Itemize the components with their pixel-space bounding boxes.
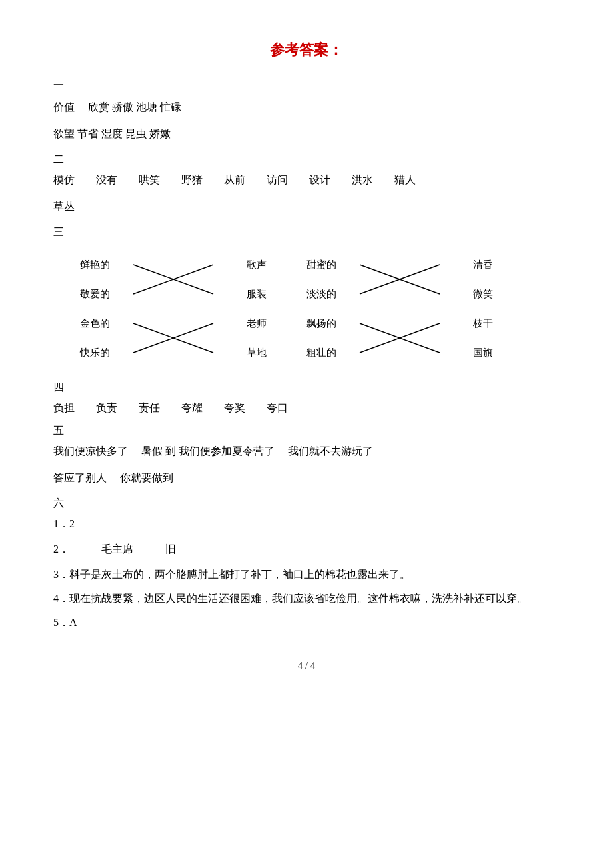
section-two-label: 二 xyxy=(53,153,560,167)
match-left-item: 金色的 xyxy=(80,309,110,338)
section-six-5: 5．A xyxy=(53,612,560,633)
section-one-label: 一 xyxy=(53,76,560,95)
match-right-item: 歌声 xyxy=(247,250,267,279)
section-six-1: 1．2 xyxy=(53,513,560,535)
match-left-item: 鲜艳的 xyxy=(80,250,110,279)
matching-group-right: 甜蜜的 淡淡的 飘扬的 粗壮的 清香 微笑 枝干 国旗 xyxy=(306,250,493,370)
match-left-item: 甜蜜的 xyxy=(306,250,336,279)
section-five-label: 五 xyxy=(53,424,560,438)
match-right-item: 国旗 xyxy=(473,338,493,367)
section-one-row2: 欲望 节省 湿度 昆虫 娇嫩 xyxy=(53,123,560,145)
matching-left-col-2: 甜蜜的 淡淡的 飘扬的 粗壮的 xyxy=(306,250,336,367)
matching-group-left: 鲜艳的 敬爱的 金色的 快乐的 歌声 服装 老师 草地 xyxy=(80,250,267,370)
match-right-item: 枝干 xyxy=(473,309,493,338)
section-one-row1: 价值 欣赏 骄傲 池塘 忙碌 xyxy=(53,97,560,118)
match-left-item: 淡淡的 xyxy=(306,279,336,309)
match-left-item: 敬爱的 xyxy=(80,279,110,309)
page-number: 4 / 4 xyxy=(53,660,560,671)
match-right-item: 老师 xyxy=(247,309,267,338)
matching-container: 鲜艳的 敬爱的 金色的 快乐的 歌声 服装 老师 草地 甜蜜的 淡淡的 飘扬的 … xyxy=(80,250,560,370)
section-two-words: 模仿 没有 哄笑 野猪 从前 访问 设计 洪水 猎人 xyxy=(53,169,560,191)
section-five-row1: 我们便凉快多了 暑假 到 我们便参加夏令营了 我们就不去游玩了 xyxy=(53,441,560,462)
match-right-item: 草地 xyxy=(247,338,267,367)
section-six-2: 2． 毛主席 旧 xyxy=(53,539,560,560)
match-right-item: 清香 xyxy=(473,250,493,279)
match-right-item: 服装 xyxy=(247,279,267,309)
section-six-4: 4．现在抗战要紧，边区人民的生活还很困难，我们应该省吃俭用。这件棉衣嘛，洗洗补补… xyxy=(53,588,560,609)
title: 参考答案： xyxy=(53,40,560,60)
matching-right-col-2: 清香 微笑 枝干 国旗 xyxy=(473,250,493,367)
section-three-label: 三 xyxy=(53,225,560,239)
matching-left-col-1: 鲜艳的 敬爱的 金色的 快乐的 xyxy=(80,250,110,367)
match-left-item: 快乐的 xyxy=(80,338,110,367)
match-right-item: 微笑 xyxy=(473,279,493,309)
section-four-words: 负担 负责 责任 夸耀 夸奖 夸口 xyxy=(53,397,560,419)
match-left-item: 粗壮的 xyxy=(306,338,336,367)
section-five-row2: 答应了别人 你就要做到 xyxy=(53,467,560,489)
section-four-label: 四 xyxy=(53,381,560,395)
match-left-item: 飘扬的 xyxy=(306,309,336,338)
section-six-3: 3．料子是灰土布的，两个胳膊肘上都打了补丁，袖口上的棉花也露出来了。 xyxy=(53,564,560,585)
section-six-label: 六 xyxy=(53,497,560,511)
section-two-row2: 草丛 xyxy=(53,196,560,217)
matching-right-col-1: 歌声 服装 老师 草地 xyxy=(247,250,267,367)
